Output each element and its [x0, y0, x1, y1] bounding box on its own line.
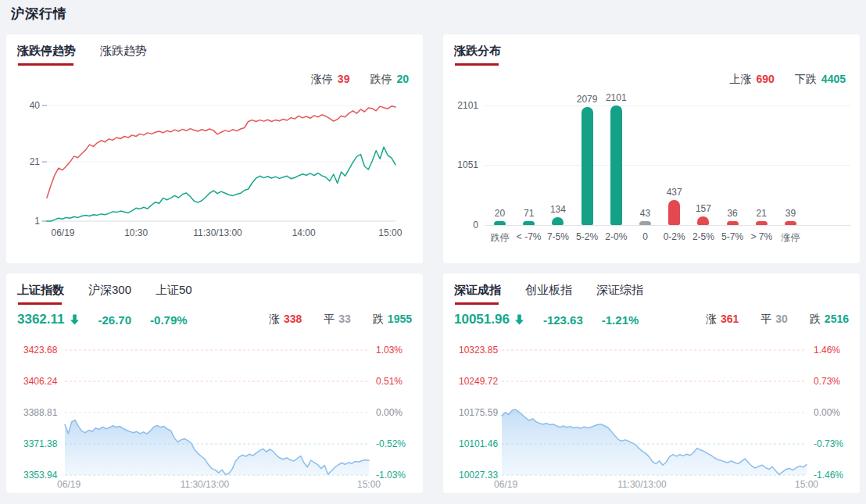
distribution-chart[interactable]: 21011051020跌停71< -7%1347-5%20795-2%21012…: [453, 94, 850, 257]
tab-hs300[interactable]: 沪深300: [88, 283, 131, 305]
sh-index-stats: 3362.11 -26.70 -0.79% 涨338 平33 跌1955: [17, 309, 412, 330]
gridline: [485, 225, 850, 226]
bar-涨停[interactable]: [785, 221, 796, 225]
legend-label: 上涨: [729, 73, 751, 85]
chart-canvas: 10323.851.46%10249.720.73%10175.590.00%1…: [453, 336, 850, 488]
bar-2-0%[interactable]: [610, 105, 622, 225]
sz-index-chart[interactable]: 10323.851.46%10249.720.73%10175.590.00%1…: [453, 336, 850, 488]
bar-0[interactable]: [639, 221, 651, 225]
bar-< -7%[interactable]: [523, 221, 535, 225]
count-value: 30: [775, 313, 788, 325]
x-axis-category: 5-7%: [721, 231, 743, 242]
page-title: 沪深行情: [11, 5, 67, 23]
legend-distribution: 上涨690 下跌4405: [729, 73, 846, 87]
panel-sh-index: 上证指数 沪深300 上证50 3362.11 -26.70 -0.79% 涨3…: [6, 273, 423, 493]
bar-value-label: 157: [696, 203, 711, 214]
bar-5-2%[interactable]: [582, 107, 593, 225]
x-axis-category: 0: [642, 231, 648, 242]
x-axis-category: < -7%: [517, 231, 542, 242]
series-line-涨停: [47, 106, 395, 198]
bar-value-label: 2101: [606, 92, 627, 103]
y-axis-label: 40: [30, 100, 41, 111]
y-axis-label: 1051: [453, 159, 478, 170]
sh-index-chart[interactable]: 3423.681.03%3406.240.51%3388.810.00%3371…: [16, 336, 413, 488]
panel-limit-trend: 涨跌停趋势 涨跌趋势 涨停39 跌停20 4021106/1910:3011:3…: [6, 34, 423, 263]
x-axis-category: > 7%: [750, 231, 772, 242]
x-axis-category: 涨停: [782, 231, 800, 245]
count-label: 跌: [373, 313, 384, 325]
bar-value-label: 437: [667, 187, 682, 198]
x-axis-label: 15:00: [795, 479, 818, 490]
tab-sz-component[interactable]: 深证成指: [454, 283, 501, 305]
x-axis-label: 11:30/13:00: [193, 227, 242, 238]
bar-> 7%[interactable]: [756, 221, 768, 225]
panel-distribution: 涨跌分布 上涨690 下跌4405 21011051020跌停71< -7%13…: [443, 34, 860, 263]
x-axis-label: 06/19: [494, 479, 517, 490]
x-axis-label: 11:30/13:00: [181, 479, 230, 490]
tabs-sz-index: 深证成指 创业板指 深证综指: [454, 283, 643, 305]
legend-limit-trend: 涨停39 跌停20: [311, 73, 409, 87]
y-axis-label: 3353.94: [23, 470, 58, 481]
tab-sh-index[interactable]: 上证指数: [17, 283, 64, 305]
y-axis-label: 10323.85: [459, 345, 498, 356]
bar-跌停[interactable]: [494, 221, 506, 225]
y-axis-pct-label: 0.51%: [376, 376, 403, 387]
tab-sse50[interactable]: 上证50: [156, 283, 192, 305]
count-down: 跌2516: [810, 313, 849, 327]
count-down: 跌1955: [373, 313, 412, 327]
bar-7-5%[interactable]: [552, 217, 564, 225]
bar-value-label: 71: [524, 208, 534, 219]
count-flat: 平30: [760, 313, 788, 327]
count-value: 361: [721, 313, 739, 325]
legend-advancers: 上涨690: [729, 73, 774, 87]
x-axis-category: 0-2%: [664, 231, 685, 242]
series-line-跌停: [47, 147, 395, 221]
count-value: 2516: [825, 313, 849, 325]
bar-value-label: 43: [640, 208, 650, 219]
bar-value-label: 2079: [577, 94, 598, 105]
tab-sz-composite[interactable]: 深证综指: [596, 283, 643, 305]
x-axis-label: 14:00: [292, 227, 316, 238]
legend-limit-down: 跌停20: [370, 73, 409, 87]
y-axis-label: 3388.81: [23, 407, 58, 418]
y-axis-label: 2101: [453, 100, 478, 111]
tab-chinext[interactable]: 创业板指: [525, 283, 572, 305]
panel-sz-index: 深证成指 创业板指 深证综指 10051.96 -123.63 -1.21% 涨…: [443, 273, 860, 493]
y-axis-pct-label: 1.46%: [814, 345, 840, 356]
legend-value: 39: [338, 73, 350, 85]
y-axis-pct-label: 0.00%: [814, 407, 840, 418]
bar-2-5%[interactable]: [697, 216, 709, 225]
count-label: 跌: [810, 313, 821, 325]
bar-value-label: 134: [550, 204, 566, 215]
y-axis-label: 10249.72: [459, 376, 498, 387]
gridline: [485, 105, 850, 106]
x-axis-label: 15:00: [357, 479, 381, 490]
bar-0-2%[interactable]: [668, 200, 680, 225]
tab-updown-trend[interactable]: 涨跌趋势: [100, 44, 147, 66]
tab-distribution[interactable]: 涨跌分布: [454, 44, 501, 66]
index-value: 10051.96: [454, 312, 510, 327]
tabs-sh-index: 上证指数 沪深300 上证50: [17, 283, 192, 305]
y-axis-label: 1: [34, 216, 40, 227]
index-change-pct: -0.79%: [150, 313, 188, 327]
legend-decliners: 下跌4405: [795, 73, 846, 87]
y-axis-pct-label: 1.03%: [376, 345, 403, 356]
chart-canvas: 3423.681.03%3406.240.51%3388.810.00%3371…: [16, 336, 413, 488]
x-axis-category: 2-0%: [605, 231, 627, 242]
x-axis-category: 5-2%: [576, 231, 598, 242]
tabs-distribution: 涨跌分布: [454, 44, 501, 66]
legend-value: 4405: [821, 73, 846, 85]
tab-limit-trend[interactable]: 涨跌停趋势: [17, 44, 76, 66]
index-change: -123.63: [543, 313, 583, 327]
y-axis-label: 3371.38: [23, 438, 58, 449]
x-axis-category: 2-5%: [692, 231, 714, 242]
legend-value: 690: [756, 73, 774, 85]
y-axis-label: 21: [30, 156, 41, 167]
y-axis-pct-label: -0.52%: [376, 438, 406, 449]
legend-label: 跌停: [370, 73, 392, 85]
count-label: 平: [324, 313, 335, 325]
bar-5-7%[interactable]: [727, 221, 739, 225]
y-axis-label: 0: [453, 220, 478, 231]
y-axis-label: 3406.24: [23, 376, 58, 387]
limit-trend-chart[interactable]: 4021106/1910:3011:30/13:0014:0015:00: [16, 94, 413, 257]
